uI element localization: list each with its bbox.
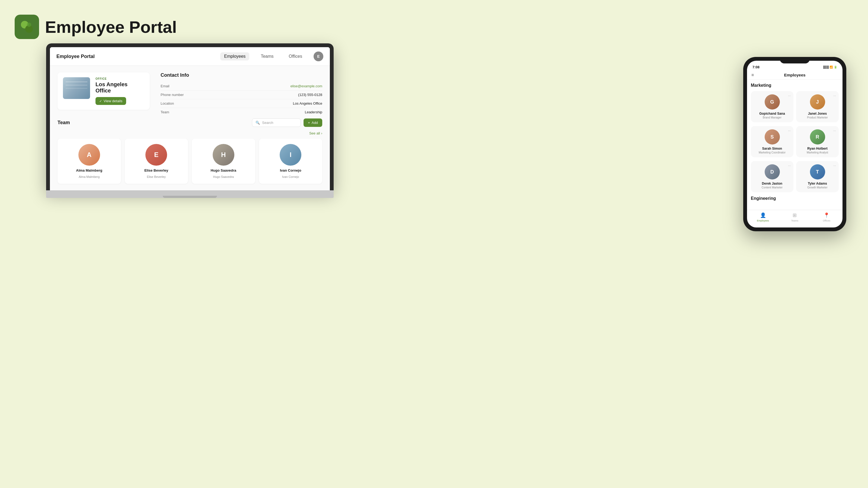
employee-name: Janet Jones	[799, 112, 835, 116]
card-menu-icon[interactable]: ···	[833, 129, 836, 133]
contact-label-team: Team	[161, 110, 169, 114]
employee-role: Brand Manager	[754, 116, 790, 119]
laptop-left: OFFICE Los Angeles Office ✓ View details	[58, 72, 150, 116]
card-menu-icon[interactable]: ···	[788, 164, 791, 167]
view-details-button[interactable]: ✓ View details	[95, 97, 126, 105]
svg-point-2	[27, 23, 31, 27]
battery-icon: 🔋	[834, 66, 837, 69]
laptop: Employee Portal Employees Teams Offices …	[46, 43, 334, 198]
contact-row-phone: Phone number (123) 555-0128	[161, 91, 322, 99]
see-all-link[interactable]: See all ›	[58, 131, 322, 135]
team-card-alma: A Alma Malmberg Alma Malmberg	[58, 138, 121, 184]
chevron-right-icon: ›	[321, 131, 322, 135]
employee-role: Marketing Analyst	[799, 151, 835, 154]
laptop-main: OFFICE Los Angeles Office ✓ View details	[58, 72, 322, 116]
team-member-sub: Ivan Cornejo	[282, 175, 299, 178]
office-info: OFFICE Los Angeles Office ✓ View details	[95, 77, 144, 105]
phone: 7:08 ▐▐▐ 📶 🔋 ≡ Employees Marketing ···	[743, 57, 846, 231]
tab-offices[interactable]: Offices	[285, 52, 306, 61]
avatar-alma: A	[79, 144, 100, 166]
phone-time: 7:08	[752, 65, 760, 69]
employee-role: Product Marketer	[799, 116, 835, 119]
phone-nav-employees[interactable]: 👤 Employees	[747, 212, 779, 222]
avatar[interactable]: E	[314, 52, 323, 61]
employee-name: Ryan Holbert	[799, 147, 835, 151]
phone-status-icons: ▐▐▐ 📶 🔋	[823, 66, 837, 69]
team-member-name: Ivan Cornejo	[280, 168, 301, 172]
teams-nav-label: Teams	[791, 219, 799, 222]
card-menu-icon[interactable]: ···	[833, 94, 836, 98]
app-icon	[14, 14, 39, 39]
phone-header-title: Employees	[784, 73, 805, 77]
phone-card-gopichand: ··· G Gopichand Sana Brand Manager	[751, 91, 794, 122]
phone-card-derek: ··· D Derek Jaston Content Marketer	[751, 161, 794, 192]
search-icon: 🔍	[255, 121, 260, 125]
contact-label-email: Email	[161, 84, 169, 88]
avatar-ryan: R	[810, 129, 825, 144]
laptop-content: OFFICE Los Angeles Office ✓ View details	[50, 66, 330, 190]
team-member-name: Elise Beverley	[144, 168, 168, 172]
employee-name: Gopichand Sana	[754, 112, 790, 116]
teams-nav-icon: ⊞	[793, 212, 797, 218]
check-icon: ✓	[99, 99, 102, 103]
team-card-elise: E Elise Beverley Elise Beverley	[125, 138, 188, 184]
laptop-base	[46, 190, 334, 198]
phone-notch	[780, 57, 810, 63]
phone-card-ryan: ··· R Ryan Holbert Marketing Analyst	[796, 126, 839, 157]
signal-icon: ▐▐▐	[823, 66, 828, 69]
team-header: Team 🔍 Search + Add	[58, 119, 322, 127]
tab-teams[interactable]: Teams	[257, 52, 277, 61]
wifi-icon: 📶	[830, 66, 833, 69]
team-section: Team 🔍 Search + Add See all ›	[58, 119, 322, 184]
office-name: Los Angeles Office	[95, 82, 144, 94]
avatar-derek: D	[765, 164, 780, 180]
contact-value-team: Leadership	[305, 110, 322, 114]
team-member-sub: Elise Beverley	[147, 175, 166, 178]
phone-screen: 7:08 ▐▐▐ 📶 🔋 ≡ Employees Marketing ···	[747, 61, 842, 227]
phone-section-marketing: Marketing	[751, 83, 839, 88]
tab-employees[interactable]: Employees	[220, 52, 249, 61]
menu-icon[interactable]: ≡	[751, 73, 754, 77]
avatar-ivan: I	[280, 144, 301, 166]
avatar-elise: E	[145, 144, 167, 166]
card-menu-icon[interactable]: ···	[833, 164, 836, 167]
laptop-screen-wrapper: Employee Portal Employees Teams Offices …	[46, 43, 334, 190]
team-member-sub: Alma Malmberg	[79, 175, 99, 178]
phone-section-engineering: Engineering	[751, 196, 839, 201]
laptop-screen: Employee Portal Employees Teams Offices …	[50, 47, 330, 190]
team-member-name: Alma Malmberg	[76, 168, 102, 172]
avatar-tyler: T	[810, 164, 825, 180]
phone-nav-teams[interactable]: ⊞ Teams	[779, 212, 810, 222]
contact-title: Contact Info	[161, 72, 322, 78]
employees-nav-label: Employees	[757, 219, 769, 222]
employee-role: Growth Marketer	[799, 186, 835, 189]
card-menu-icon[interactable]: ···	[788, 129, 791, 133]
phone-header: ≡ Employees	[747, 70, 842, 80]
phone-bottom-nav: 👤 Employees ⊞ Teams 📍 Offices	[747, 210, 842, 227]
contact-label-location: Location	[161, 101, 174, 105]
phone-card-sarah: ··· S Sarah Simon Marketing Coordinator	[751, 126, 794, 157]
avatar-janet: J	[810, 94, 825, 109]
offices-nav-icon: 📍	[824, 212, 830, 218]
contact-row-location: Location Los Angeles Office	[161, 99, 322, 108]
contact-row-email: Email elise@example.com	[161, 82, 322, 91]
app-title: Employee Portal	[45, 18, 177, 37]
card-menu-icon[interactable]: ···	[788, 94, 791, 98]
app-header: Employee Portal	[14, 14, 177, 39]
employee-name: Tyler Adams	[799, 182, 835, 186]
employee-name: Sarah Simon	[754, 147, 790, 151]
avatar-hugo: H	[213, 144, 235, 166]
search-input[interactable]: 🔍 Search	[252, 119, 301, 127]
phone-content: Marketing ··· G Gopichand Sana Brand Man…	[747, 80, 842, 210]
office-card: OFFICE Los Angeles Office ✓ View details	[58, 72, 150, 110]
office-label: OFFICE	[95, 77, 144, 80]
contact-value-location: Los Angeles Office	[293, 101, 322, 105]
laptop-nav-brand: Employee Portal	[56, 54, 95, 59]
avatar-gopichand: G	[765, 94, 780, 109]
phone-nav-offices[interactable]: 📍 Offices	[811, 212, 842, 222]
laptop-nav-tabs: Employees Teams Offices	[220, 52, 306, 61]
contact-value-phone: (123) 555-0128	[298, 93, 322, 97]
add-button[interactable]: + Add	[304, 119, 322, 127]
team-card-ivan: I Ivan Cornejo Ivan Cornejo	[259, 138, 322, 184]
contact-label-phone: Phone number	[161, 93, 184, 97]
